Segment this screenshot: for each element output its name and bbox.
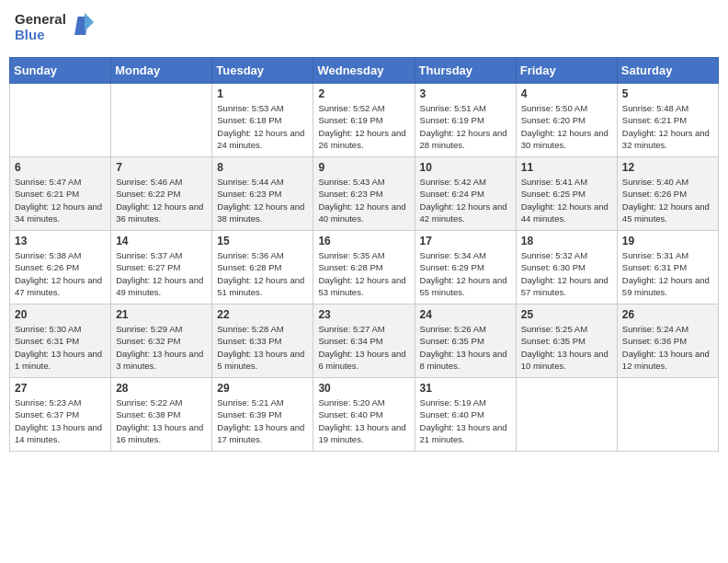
- day-info: Sunrise: 5:51 AM Sunset: 6:19 PM Dayligh…: [420, 102, 511, 151]
- day-info: Sunrise: 5:32 AM Sunset: 6:30 PM Dayligh…: [521, 249, 612, 298]
- week-row-3: 13Sunrise: 5:38 AM Sunset: 6:26 PM Dayli…: [10, 231, 719, 304]
- day-header-friday: Friday: [516, 58, 617, 84]
- week-row-4: 20Sunrise: 5:30 AM Sunset: 6:31 PM Dayli…: [10, 304, 719, 378]
- day-cell: 16Sunrise: 5:35 AM Sunset: 6:28 PM Dayli…: [313, 231, 415, 304]
- day-info: Sunrise: 5:24 AM Sunset: 6:36 PM Dayligh…: [622, 323, 713, 372]
- day-number: 18: [521, 235, 612, 247]
- day-info: Sunrise: 5:29 AM Sunset: 6:32 PM Dayligh…: [116, 323, 207, 372]
- day-cell: 20Sunrise: 5:30 AM Sunset: 6:31 PM Dayli…: [10, 304, 111, 378]
- day-number: 15: [217, 235, 308, 247]
- day-cell: 26Sunrise: 5:24 AM Sunset: 6:36 PM Dayli…: [617, 304, 718, 378]
- day-number: 17: [420, 235, 511, 247]
- day-number: 28: [116, 382, 207, 395]
- day-number: 24: [420, 308, 511, 321]
- svg-text:General: General: [15, 11, 66, 27]
- day-number: 14: [116, 235, 207, 247]
- day-cell: 3Sunrise: 5:51 AM Sunset: 6:19 PM Daylig…: [415, 84, 516, 157]
- day-cell: 29Sunrise: 5:21 AM Sunset: 6:39 PM Dayli…: [212, 378, 313, 452]
- day-cell: 2Sunrise: 5:52 AM Sunset: 6:19 PM Daylig…: [313, 84, 415, 157]
- day-info: Sunrise: 5:38 AM Sunset: 6:26 PM Dayligh…: [15, 249, 106, 298]
- day-info: Sunrise: 5:41 AM Sunset: 6:25 PM Dayligh…: [521, 176, 612, 224]
- day-cell: 28Sunrise: 5:22 AM Sunset: 6:38 PM Dayli…: [111, 378, 212, 452]
- day-info: Sunrise: 5:28 AM Sunset: 6:33 PM Dayligh…: [217, 323, 308, 372]
- day-info: Sunrise: 5:47 AM Sunset: 6:21 PM Dayligh…: [15, 176, 106, 224]
- day-header-monday: Monday: [111, 58, 212, 84]
- day-cell: [516, 378, 617, 452]
- day-info: Sunrise: 5:50 AM Sunset: 6:20 PM Dayligh…: [521, 102, 612, 151]
- day-cell: 15Sunrise: 5:36 AM Sunset: 6:28 PM Dayli…: [212, 231, 313, 304]
- day-number: 30: [318, 382, 409, 395]
- day-number: 3: [420, 87, 511, 100]
- day-number: 10: [420, 161, 511, 174]
- day-info: Sunrise: 5:42 AM Sunset: 6:24 PM Dayligh…: [420, 176, 511, 224]
- day-info: Sunrise: 5:22 AM Sunset: 6:38 PM Dayligh…: [116, 396, 207, 445]
- day-cell: [617, 378, 718, 452]
- day-number: 23: [318, 308, 409, 321]
- day-cell: [111, 84, 212, 157]
- week-row-2: 6Sunrise: 5:47 AM Sunset: 6:21 PM Daylig…: [10, 157, 719, 231]
- day-info: Sunrise: 5:46 AM Sunset: 6:22 PM Dayligh…: [116, 176, 207, 224]
- day-number: 26: [622, 308, 713, 321]
- day-info: Sunrise: 5:31 AM Sunset: 6:31 PM Dayligh…: [622, 249, 713, 298]
- day-info: Sunrise: 5:43 AM Sunset: 6:23 PM Dayligh…: [318, 176, 409, 224]
- day-info: Sunrise: 5:36 AM Sunset: 6:28 PM Dayligh…: [217, 249, 308, 298]
- day-header-wednesday: Wednesday: [313, 58, 415, 84]
- day-number: 29: [217, 382, 308, 395]
- day-number: 19: [622, 235, 713, 247]
- day-info: Sunrise: 5:35 AM Sunset: 6:28 PM Dayligh…: [318, 249, 409, 298]
- day-number: 8: [217, 161, 308, 174]
- day-cell: 31Sunrise: 5:19 AM Sunset: 6:40 PM Dayli…: [415, 378, 516, 452]
- day-cell: 6Sunrise: 5:47 AM Sunset: 6:21 PM Daylig…: [10, 157, 111, 231]
- day-cell: 19Sunrise: 5:31 AM Sunset: 6:31 PM Dayli…: [617, 231, 718, 304]
- day-cell: 7Sunrise: 5:46 AM Sunset: 6:22 PM Daylig…: [111, 157, 212, 231]
- day-info: Sunrise: 5:44 AM Sunset: 6:23 PM Dayligh…: [217, 176, 308, 224]
- day-cell: 18Sunrise: 5:32 AM Sunset: 6:30 PM Dayli…: [516, 231, 617, 304]
- day-number: 31: [420, 382, 511, 395]
- day-number: 16: [318, 235, 409, 247]
- day-cell: 14Sunrise: 5:37 AM Sunset: 6:27 PM Dayli…: [111, 231, 212, 304]
- day-number: 11: [521, 161, 612, 174]
- day-header-tuesday: Tuesday: [212, 58, 313, 84]
- day-number: 7: [116, 161, 207, 174]
- day-info: Sunrise: 5:21 AM Sunset: 6:39 PM Dayligh…: [217, 396, 308, 445]
- day-cell: 4Sunrise: 5:50 AM Sunset: 6:20 PM Daylig…: [516, 84, 617, 157]
- day-info: Sunrise: 5:27 AM Sunset: 6:34 PM Dayligh…: [318, 323, 409, 372]
- day-info: Sunrise: 5:53 AM Sunset: 6:18 PM Dayligh…: [217, 102, 308, 151]
- calendar-table: SundayMondayTuesdayWednesdayThursdayFrid…: [9, 57, 719, 452]
- day-number: 20: [15, 308, 106, 321]
- day-cell: 11Sunrise: 5:41 AM Sunset: 6:25 PM Dayli…: [516, 157, 617, 231]
- day-cell: 9Sunrise: 5:43 AM Sunset: 6:23 PM Daylig…: [313, 157, 415, 231]
- day-number: 6: [15, 161, 106, 174]
- day-cell: 5Sunrise: 5:48 AM Sunset: 6:21 PM Daylig…: [617, 84, 718, 157]
- day-info: Sunrise: 5:40 AM Sunset: 6:26 PM Dayligh…: [622, 176, 713, 224]
- day-cell: 21Sunrise: 5:29 AM Sunset: 6:32 PM Dayli…: [111, 304, 212, 378]
- day-number: 27: [15, 382, 106, 395]
- day-cell: 12Sunrise: 5:40 AM Sunset: 6:26 PM Dayli…: [617, 157, 718, 231]
- day-cell: 10Sunrise: 5:42 AM Sunset: 6:24 PM Dayli…: [415, 157, 516, 231]
- page-header: General Blue: [9, 9, 719, 52]
- day-cell: 24Sunrise: 5:26 AM Sunset: 6:35 PM Dayli…: [415, 304, 516, 378]
- day-number: 2: [318, 87, 409, 100]
- day-number: 4: [521, 87, 612, 100]
- day-cell: [10, 84, 111, 157]
- day-cell: 23Sunrise: 5:27 AM Sunset: 6:34 PM Dayli…: [313, 304, 415, 378]
- day-cell: 17Sunrise: 5:34 AM Sunset: 6:29 PM Dayli…: [415, 231, 516, 304]
- day-number: 25: [521, 308, 612, 321]
- day-info: Sunrise: 5:20 AM Sunset: 6:40 PM Dayligh…: [318, 396, 409, 445]
- day-cell: 27Sunrise: 5:23 AM Sunset: 6:37 PM Dayli…: [10, 378, 111, 452]
- week-row-5: 27Sunrise: 5:23 AM Sunset: 6:37 PM Dayli…: [10, 378, 719, 452]
- day-info: Sunrise: 5:25 AM Sunset: 6:35 PM Dayligh…: [521, 323, 612, 372]
- day-number: 12: [622, 161, 713, 174]
- day-header-saturday: Saturday: [617, 58, 718, 84]
- day-info: Sunrise: 5:37 AM Sunset: 6:27 PM Dayligh…: [116, 249, 207, 298]
- week-row-1: 1Sunrise: 5:53 AM Sunset: 6:18 PM Daylig…: [10, 84, 719, 157]
- day-cell: 22Sunrise: 5:28 AM Sunset: 6:33 PM Dayli…: [212, 304, 313, 378]
- logo-text: General Blue: [13, 9, 96, 52]
- logo: General Blue: [13, 9, 96, 52]
- day-info: Sunrise: 5:48 AM Sunset: 6:21 PM Dayligh…: [622, 102, 713, 151]
- day-header-thursday: Thursday: [415, 58, 516, 84]
- day-info: Sunrise: 5:26 AM Sunset: 6:35 PM Dayligh…: [420, 323, 511, 372]
- day-info: Sunrise: 5:19 AM Sunset: 6:40 PM Dayligh…: [420, 396, 511, 445]
- day-number: 22: [217, 308, 308, 321]
- header-row: SundayMondayTuesdayWednesdayThursdayFrid…: [10, 58, 719, 84]
